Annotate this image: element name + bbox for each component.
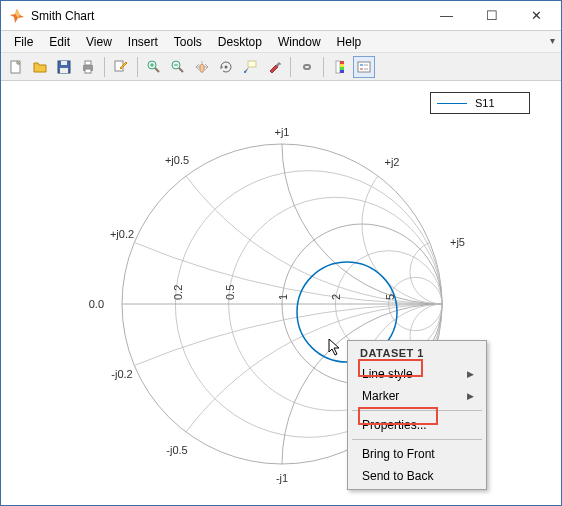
menu-bring-to-front[interactable]: Bring to Front [348, 443, 486, 465]
menu-line-style[interactable]: Line style ▶ [348, 363, 486, 385]
svg-rect-16 [248, 61, 256, 67]
colorbar-icon[interactable] [329, 56, 351, 78]
menu-edit[interactable]: Edit [42, 33, 77, 51]
svg-rect-18 [336, 61, 340, 73]
svg-rect-19 [340, 61, 344, 64]
context-menu: DATASET 1 Line style ▶ Marker ▶ Properti… [347, 340, 487, 490]
open-icon[interactable] [29, 56, 51, 78]
menu-window[interactable]: Window [271, 33, 328, 51]
data-cursor-icon[interactable] [239, 56, 261, 78]
svg-text:-j1: -j1 [276, 472, 288, 484]
svg-point-17 [244, 71, 246, 73]
plot-area[interactable]: S11 [2, 84, 560, 504]
new-file-icon[interactable] [5, 56, 27, 78]
pan-icon[interactable] [191, 56, 213, 78]
menu-properties[interactable]: Properties... [348, 414, 486, 436]
svg-text:-j0.5: -j0.5 [166, 444, 187, 456]
svg-line-13 [179, 68, 183, 72]
close-button[interactable]: ✕ [514, 1, 559, 31]
svg-text:+j1: +j1 [275, 126, 290, 138]
svg-text:+j5: +j5 [450, 236, 465, 248]
menu-send-to-back[interactable]: Send to Back [348, 465, 486, 487]
menu-tools[interactable]: Tools [167, 33, 209, 51]
menu-help[interactable]: Help [330, 33, 369, 51]
svg-rect-20 [340, 64, 344, 67]
submenu-arrow-icon: ▶ [467, 369, 474, 379]
link-icon[interactable] [296, 56, 318, 78]
brush-icon[interactable] [263, 56, 285, 78]
svg-text:0.2: 0.2 [172, 285, 184, 300]
svg-text:-j0.2: -j0.2 [111, 368, 132, 380]
svg-point-15 [225, 65, 228, 68]
svg-rect-2 [61, 61, 67, 65]
svg-text:+j0.5: +j0.5 [165, 154, 189, 166]
toolbar [1, 53, 561, 81]
rotate-icon[interactable] [215, 56, 237, 78]
mouse-cursor-icon [328, 338, 344, 358]
title-bar: Smith Chart — ☐ ✕ [1, 1, 561, 31]
svg-text:1: 1 [277, 294, 289, 300]
menu-view[interactable]: View [79, 33, 119, 51]
context-menu-header: DATASET 1 [348, 343, 486, 363]
svg-line-9 [155, 68, 159, 72]
svg-point-39 [122, 304, 562, 504]
svg-rect-3 [60, 68, 68, 73]
window-title: Smith Chart [31, 9, 94, 23]
svg-point-36 [2, 84, 562, 304]
menu-separator [352, 439, 482, 440]
minimize-button[interactable]: — [424, 1, 469, 31]
legend-icon[interactable] [353, 56, 375, 78]
maximize-button[interactable]: ☐ [469, 1, 514, 31]
svg-point-40 [282, 84, 562, 304]
zoom-out-icon[interactable] [167, 56, 189, 78]
svg-text:+j2: +j2 [385, 156, 400, 168]
svg-point-38 [122, 84, 562, 304]
print-icon[interactable] [77, 56, 99, 78]
menu-file[interactable]: File [7, 33, 40, 51]
menu-desktop[interactable]: Desktop [211, 33, 269, 51]
svg-rect-6 [85, 69, 91, 73]
svg-rect-5 [85, 61, 91, 65]
submenu-arrow-icon: ▶ [467, 391, 474, 401]
svg-text:0.5: 0.5 [224, 285, 236, 300]
svg-rect-23 [358, 62, 370, 72]
save-icon[interactable] [53, 56, 75, 78]
menu-bar: File Edit View Insert Tools Desktop Wind… [1, 31, 561, 53]
toolbar-dropdown-icon[interactable]: ▾ [550, 35, 555, 46]
label-zero: 0.0 [89, 298, 104, 310]
edit-plot-icon[interactable] [110, 56, 132, 78]
zoom-in-icon[interactable] [143, 56, 165, 78]
svg-text:2: 2 [330, 294, 342, 300]
svg-rect-22 [340, 70, 344, 73]
svg-rect-21 [340, 67, 344, 70]
app-window: Smith Chart — ☐ ✕ File Edit View Insert … [0, 0, 562, 506]
svg-text:+j0.2: +j0.2 [110, 228, 134, 240]
svg-text:5: 5 [384, 294, 396, 300]
matlab-icon [9, 8, 25, 24]
menu-separator [352, 410, 482, 411]
menu-insert[interactable]: Insert [121, 33, 165, 51]
menu-marker[interactable]: Marker ▶ [348, 385, 486, 407]
